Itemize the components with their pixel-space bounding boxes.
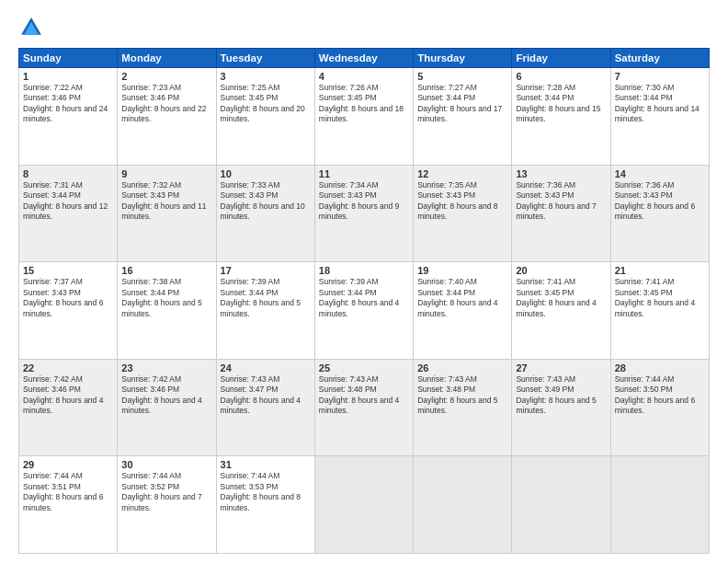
day-info: Sunrise: 7:35 AMSunset: 3:43 PMDaylight:… [417, 180, 507, 223]
day-number: 24 [221, 362, 311, 373]
day-number: 28 [615, 362, 705, 373]
col-thursday: Thursday [414, 49, 512, 68]
logo-icon [18, 15, 44, 40]
table-row: 13Sunrise: 7:36 AMSunset: 3:43 PMDayligh… [512, 165, 610, 262]
day-info: Sunrise: 7:41 AMSunset: 3:45 PMDaylight:… [516, 277, 606, 319]
header [18, 15, 710, 40]
day-info: Sunrise: 7:22 AMSunset: 3:46 PMDaylight:… [23, 83, 113, 125]
day-number: 18 [319, 265, 409, 276]
table-row: 22Sunrise: 7:42 AMSunset: 3:46 PMDayligh… [19, 359, 118, 456]
day-info: Sunrise: 7:38 AMSunset: 3:44 PMDaylight:… [121, 277, 211, 319]
day-number: 1 [23, 71, 113, 82]
day-info: Sunrise: 7:40 AMSunset: 3:44 PMDaylight:… [417, 277, 507, 319]
logo [18, 15, 48, 40]
col-friday: Friday [512, 49, 610, 68]
table-row: 8Sunrise: 7:31 AMSunset: 3:44 PMDaylight… [19, 165, 118, 262]
day-info: Sunrise: 7:36 AMSunset: 3:43 PMDaylight:… [615, 180, 705, 223]
table-row: 2Sunrise: 7:23 AMSunset: 3:46 PMDaylight… [118, 68, 216, 166]
day-number: 31 [221, 459, 311, 470]
table-row: 10Sunrise: 7:33 AMSunset: 3:43 PMDayligh… [216, 165, 314, 262]
day-number: 4 [319, 71, 409, 82]
day-info: Sunrise: 7:31 AMSunset: 3:44 PMDaylight:… [23, 180, 113, 223]
day-info: Sunrise: 7:28 AMSunset: 3:44 PMDaylight:… [516, 83, 606, 125]
table-row: 3Sunrise: 7:25 AMSunset: 3:45 PMDaylight… [216, 68, 314, 166]
day-info: Sunrise: 7:25 AMSunset: 3:45 PMDaylight:… [221, 83, 311, 125]
day-number: 13 [516, 168, 606, 179]
col-monday: Monday [118, 49, 216, 68]
day-number: 29 [23, 459, 113, 470]
col-tuesday: Tuesday [216, 49, 314, 68]
calendar-week-row: 22Sunrise: 7:42 AMSunset: 3:46 PMDayligh… [19, 359, 710, 456]
table-row [512, 456, 610, 554]
day-number: 27 [516, 362, 606, 373]
day-number: 14 [615, 168, 705, 179]
table-row: 18Sunrise: 7:39 AMSunset: 3:44 PMDayligh… [314, 262, 413, 360]
day-number: 16 [121, 265, 211, 276]
table-row [314, 456, 413, 554]
day-number: 5 [417, 71, 507, 82]
calendar-week-row: 29Sunrise: 7:44 AMSunset: 3:51 PMDayligh… [19, 456, 710, 554]
day-number: 11 [319, 168, 409, 179]
table-row: 6Sunrise: 7:28 AMSunset: 3:44 PMDaylight… [512, 68, 610, 166]
day-info: Sunrise: 7:43 AMSunset: 3:48 PMDaylight:… [417, 374, 507, 417]
table-row: 24Sunrise: 7:43 AMSunset: 3:47 PMDayligh… [216, 359, 314, 456]
day-number: 12 [417, 168, 507, 179]
day-number: 7 [615, 71, 705, 82]
day-info: Sunrise: 7:44 AMSunset: 3:52 PMDaylight:… [121, 471, 211, 513]
table-row: 27Sunrise: 7:43 AMSunset: 3:49 PMDayligh… [512, 359, 610, 456]
day-info: Sunrise: 7:30 AMSunset: 3:44 PMDaylight:… [615, 83, 705, 125]
day-info: Sunrise: 7:37 AMSunset: 3:43 PMDaylight:… [23, 277, 113, 319]
day-number: 15 [23, 265, 113, 276]
table-row: 9Sunrise: 7:32 AMSunset: 3:43 PMDaylight… [118, 165, 216, 262]
day-info: Sunrise: 7:39 AMSunset: 3:44 PMDaylight:… [221, 277, 311, 319]
day-info: Sunrise: 7:43 AMSunset: 3:47 PMDaylight:… [221, 374, 311, 417]
table-row: 30Sunrise: 7:44 AMSunset: 3:52 PMDayligh… [118, 456, 216, 554]
table-row: 19Sunrise: 7:40 AMSunset: 3:44 PMDayligh… [414, 262, 512, 360]
calendar-header-row: Sunday Monday Tuesday Wednesday Thursday… [19, 49, 710, 68]
day-number: 19 [417, 265, 507, 276]
day-info: Sunrise: 7:23 AMSunset: 3:46 PMDaylight:… [121, 83, 211, 125]
day-info: Sunrise: 7:41 AMSunset: 3:45 PMDaylight:… [615, 277, 705, 319]
day-number: 10 [221, 168, 311, 179]
table-row: 28Sunrise: 7:44 AMSunset: 3:50 PMDayligh… [610, 359, 709, 456]
day-info: Sunrise: 7:44 AMSunset: 3:50 PMDaylight:… [615, 374, 705, 417]
table-row: 4Sunrise: 7:26 AMSunset: 3:45 PMDaylight… [314, 68, 413, 166]
day-number: 21 [615, 265, 705, 276]
day-number: 23 [121, 362, 211, 373]
day-number: 30 [121, 459, 211, 470]
calendar-week-row: 1Sunrise: 7:22 AMSunset: 3:46 PMDaylight… [19, 68, 710, 166]
table-row: 1Sunrise: 7:22 AMSunset: 3:46 PMDaylight… [19, 68, 118, 166]
table-row: 5Sunrise: 7:27 AMSunset: 3:44 PMDaylight… [414, 68, 512, 166]
day-info: Sunrise: 7:36 AMSunset: 3:43 PMDaylight:… [516, 180, 606, 223]
day-info: Sunrise: 7:39 AMSunset: 3:44 PMDaylight:… [319, 277, 409, 319]
col-wednesday: Wednesday [314, 49, 413, 68]
table-row: 21Sunrise: 7:41 AMSunset: 3:45 PMDayligh… [610, 262, 709, 360]
table-row: 20Sunrise: 7:41 AMSunset: 3:45 PMDayligh… [512, 262, 610, 360]
day-info: Sunrise: 7:26 AMSunset: 3:45 PMDaylight:… [319, 83, 409, 125]
day-info: Sunrise: 7:44 AMSunset: 3:51 PMDaylight:… [23, 471, 113, 513]
day-number: 22 [23, 362, 113, 373]
day-info: Sunrise: 7:43 AMSunset: 3:48 PMDaylight:… [319, 374, 409, 417]
calendar-week-row: 15Sunrise: 7:37 AMSunset: 3:43 PMDayligh… [19, 262, 710, 360]
table-row: 25Sunrise: 7:43 AMSunset: 3:48 PMDayligh… [314, 359, 413, 456]
day-info: Sunrise: 7:27 AMSunset: 3:44 PMDaylight:… [417, 83, 507, 125]
day-info: Sunrise: 7:43 AMSunset: 3:49 PMDaylight:… [516, 374, 606, 417]
day-info: Sunrise: 7:42 AMSunset: 3:46 PMDaylight:… [121, 374, 211, 417]
table-row: 23Sunrise: 7:42 AMSunset: 3:46 PMDayligh… [118, 359, 216, 456]
table-row [414, 456, 512, 554]
table-row: 14Sunrise: 7:36 AMSunset: 3:43 PMDayligh… [610, 165, 709, 262]
calendar-week-row: 8Sunrise: 7:31 AMSunset: 3:44 PMDaylight… [19, 165, 710, 262]
day-number: 26 [417, 362, 507, 373]
table-row: 26Sunrise: 7:43 AMSunset: 3:48 PMDayligh… [414, 359, 512, 456]
table-row: 7Sunrise: 7:30 AMSunset: 3:44 PMDaylight… [610, 68, 709, 166]
day-info: Sunrise: 7:42 AMSunset: 3:46 PMDaylight:… [23, 374, 113, 417]
day-info: Sunrise: 7:33 AMSunset: 3:43 PMDaylight:… [221, 180, 311, 223]
day-number: 6 [516, 71, 606, 82]
day-number: 20 [516, 265, 606, 276]
col-sunday: Sunday [19, 49, 118, 68]
table-row [610, 456, 709, 554]
table-row: 29Sunrise: 7:44 AMSunset: 3:51 PMDayligh… [19, 456, 118, 554]
table-row: 16Sunrise: 7:38 AMSunset: 3:44 PMDayligh… [118, 262, 216, 360]
day-number: 25 [319, 362, 409, 373]
table-row: 31Sunrise: 7:44 AMSunset: 3:53 PMDayligh… [216, 456, 314, 554]
